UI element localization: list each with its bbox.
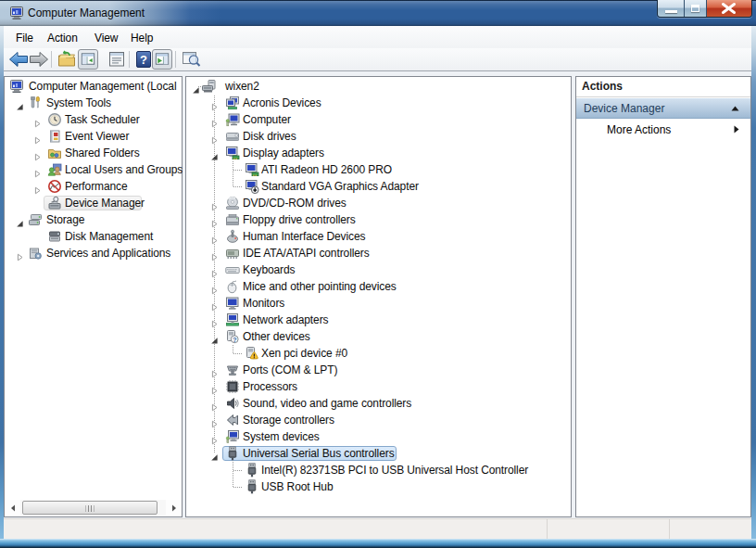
svg-text:?: ? <box>140 53 147 67</box>
svg-text:?: ? <box>233 336 237 344</box>
